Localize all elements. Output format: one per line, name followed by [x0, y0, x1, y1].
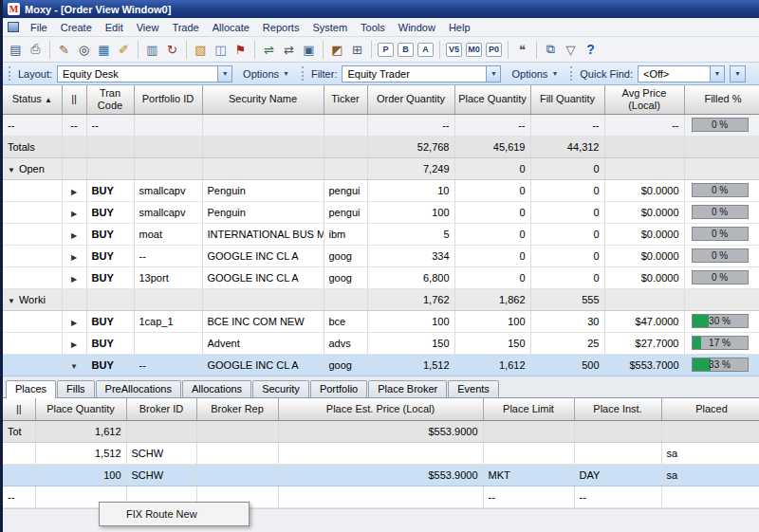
report-window-icon[interactable]: ⧉ — [541, 40, 561, 60]
chevron-down-icon[interactable]: ▼ — [731, 66, 745, 82]
b-letter-icon[interactable]: B — [398, 43, 414, 57]
notebook-icon[interactable]: ◫ — [211, 40, 231, 60]
menu-help[interactable]: Help — [442, 19, 477, 36]
tab-allocations[interactable]: Allocations — [182, 380, 251, 397]
m0-icon[interactable]: M0 — [466, 43, 482, 57]
expand-arrow-icon[interactable]: ▶ — [71, 253, 77, 262]
tab-places[interactable]: Places — [6, 380, 56, 398]
places-col-place-quantity[interactable]: Place Quantity — [35, 398, 126, 421]
tab-preallocations[interactable]: PreAllocations — [96, 380, 181, 397]
expand-arrow-icon[interactable]: ▶ — [71, 188, 77, 196]
places-col-placed[interactable]: Placed — [661, 398, 759, 421]
title-bar[interactable]: M Moxy - [Order View Window0] — [3, 0, 759, 18]
order-row[interactable]: ▶BUYAdventadvs15015025$27.700017 % — [3, 332, 759, 354]
expand-arrow-icon[interactable]: ▶ — [71, 340, 77, 349]
chevron-down-icon[interactable]: ▼ — [217, 66, 231, 82]
help-icon[interactable]: ? — [581, 40, 601, 60]
layout-select[interactable]: Equity Desk ▼ — [57, 65, 232, 83]
monitor-icon[interactable]: ▣ — [299, 40, 319, 60]
chevron-down-icon[interactable]: ▼ — [710, 66, 724, 82]
tab-security[interactable]: Security — [252, 380, 309, 397]
places-col--[interactable]: || — [3, 398, 35, 421]
places-col-place-est-price-local-[interactable]: Place Est. Price (Local) — [278, 398, 483, 421]
menu-tools[interactable]: Tools — [354, 19, 392, 36]
group-row[interactable]: ▼Worki1,7621,862555 — [3, 288, 759, 310]
tab-portfolio[interactable]: Portfolio — [310, 380, 367, 397]
flag-icon[interactable]: ⚑ — [231, 40, 250, 60]
save-icon[interactable]: ▤ — [6, 40, 26, 60]
orders-col-filled-[interactable]: Filled % — [684, 85, 759, 114]
places-col-broker-rep[interactable]: Broker Rep — [196, 398, 278, 421]
collapse-arrow-icon[interactable]: ▼ — [8, 166, 15, 174]
tab-place-broker[interactable]: Place Broker — [368, 380, 447, 397]
edit-icon[interactable]: ✎ — [54, 40, 74, 60]
transfer-icon[interactable]: ⇄ — [279, 40, 299, 60]
place-row[interactable]: 1,512SCHWsa — [3, 443, 759, 465]
order-row[interactable]: ▶BUYsmallcapvPenguinpengui1000$0.00000 % — [3, 179, 759, 201]
expand-arrow-icon[interactable]: ▶ — [71, 210, 77, 218]
placeholder-row[interactable]: --------------0 % — [3, 114, 759, 136]
grip-handle[interactable] — [302, 66, 305, 81]
order-row[interactable]: ▼BUY--GOOGLE INC CL Agoog1,5121,612500$5… — [3, 354, 759, 376]
expand-arrow-icon[interactable]: ▶ — [71, 319, 77, 327]
order-row[interactable]: ▶BUY--GOOGLE INC CL Agoog33400$0.00000 % — [3, 245, 759, 266]
place-row[interactable]: Tot1,612$553.9000 — [3, 421, 759, 443]
chart-icon[interactable]: ◩ — [327, 40, 347, 60]
orders-col--[interactable]: || — [62, 85, 86, 114]
order-row[interactable]: ▶BUYmoatINTERNATIONAL BUS MAibm500$0.000… — [3, 223, 759, 245]
order-row[interactable]: ▶BUY1cap_1BCE INC COM NEWbce10010030$47.… — [3, 310, 759, 332]
tab-fills[interactable]: Fills — [57, 380, 95, 397]
orders-col-order-quantity[interactable]: Order Quantity — [367, 85, 454, 114]
places-col-place-inst-[interactable]: Place Inst. — [574, 398, 661, 421]
chevron-down-icon[interactable]: ▼ — [486, 66, 500, 82]
blotter-icon[interactable]: ▥ — [142, 40, 162, 60]
print-icon[interactable]: ⎙ — [26, 40, 46, 60]
find-icon[interactable]: ◎ — [74, 40, 94, 60]
orders-col-place-quantity[interactable]: Place Quantity — [454, 85, 530, 114]
collapse-arrow-icon[interactable]: ▼ — [8, 297, 15, 305]
orders-col-status[interactable]: Status ▲ — [3, 85, 62, 114]
filter-options-button[interactable]: Options ▼ — [506, 66, 564, 82]
places-col-place-limit[interactable]: Place Limit — [483, 398, 574, 421]
orders-col-ticker[interactable]: Ticker — [324, 85, 367, 114]
child-window-icon[interactable] — [8, 22, 19, 32]
filter-select[interactable]: Equity Trader ▼ — [342, 65, 501, 83]
order-row[interactable]: ▶BUYsmallcapvPenguinpengui10000$0.00000 … — [3, 201, 759, 223]
document-icon[interactable]: ▧ — [191, 40, 211, 60]
grip-handle[interactable] — [9, 66, 11, 81]
place-row[interactable]: 100SCHW$553.9000MKTDAYsa — [3, 465, 759, 486]
layout-options-button[interactable]: Options ▼ — [237, 66, 295, 82]
places-col-broker-id[interactable]: Broker ID — [126, 398, 196, 421]
menu-window[interactable]: Window — [392, 19, 442, 36]
toolbar-overflow-select[interactable]: ▼ — [730, 65, 746, 83]
menu-system[interactable]: System — [305, 19, 354, 36]
v5-icon[interactable]: V5 — [446, 43, 462, 57]
menu-trade[interactable]: Trade — [165, 19, 205, 36]
orders-col-tran-code[interactable]: Tran Code — [86, 85, 134, 114]
totals-row[interactable]: Totals52,76845,61944,312 — [3, 136, 759, 157]
group-row[interactable]: ▼Open7,24900 — [3, 157, 759, 179]
menu-create[interactable]: Create — [54, 19, 99, 36]
worksheet-icon[interactable]: ▦ — [94, 40, 114, 60]
orders-col-fill-quantity[interactable]: Fill Quantity — [530, 85, 604, 114]
expand-arrow-icon[interactable]: ▶ — [71, 231, 77, 240]
menu-reports[interactable]: Reports — [256, 19, 306, 36]
grip-handle[interactable] — [570, 66, 573, 81]
a-letter-icon[interactable]: A — [417, 43, 434, 57]
expand-arrow-icon[interactable]: ▶ — [71, 275, 77, 284]
orders-col-portfolio-id[interactable]: Portfolio ID — [134, 85, 202, 114]
design-icon[interactable]: ✐ — [114, 40, 134, 60]
context-menu-item-fix-route-new[interactable]: FIX Route New — [100, 504, 249, 523]
orders-col-avg-price-local-[interactable]: Avg Price (Local) — [604, 85, 684, 114]
p0-icon[interactable]: P0 — [486, 43, 502, 57]
allocate-icon[interactable]: ⇌ — [259, 40, 279, 60]
filter-icon[interactable]: ▽ — [561, 40, 581, 60]
quick-find-select[interactable]: <Off> ▼ — [638, 65, 725, 83]
collapse-arrow-icon[interactable]: ▼ — [70, 362, 78, 371]
menu-allocate[interactable]: Allocate — [206, 19, 256, 36]
calculator-icon[interactable]: ⊞ — [347, 40, 367, 60]
refresh-icon[interactable]: ↻ — [162, 40, 182, 60]
orders-col-security-name[interactable]: Security Name — [202, 85, 324, 114]
menu-view[interactable]: View — [130, 19, 166, 36]
order-row[interactable]: ▶BUY13portGOOGLE INC CL Agoog6,80000$0.0… — [3, 266, 759, 288]
